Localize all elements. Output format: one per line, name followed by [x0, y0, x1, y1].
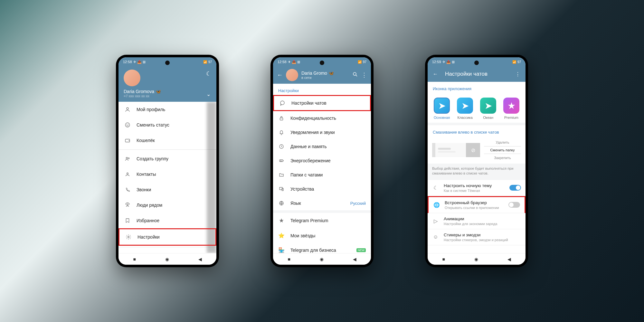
nav-back-icon[interactable]: ◀ — [198, 257, 202, 262]
menu-saved[interactable]: Избранное — [118, 213, 216, 228]
swipe-preview: ⊘ — [432, 143, 480, 157]
nav-back-icon[interactable]: ◀ — [353, 257, 356, 262]
svg-point-7 — [127, 173, 128, 175]
phone-2: 12:58 ✈ 📤 ⊞ 📶 97 ← Daria Gromo 🦋 в сети … — [270, 55, 374, 267]
svg-rect-14 — [280, 118, 283, 120]
svg-point-0 — [127, 108, 128, 109]
back-icon[interactable]: ← — [433, 71, 438, 77]
status-bar: 12:58 ✈ 📤 ⊞ 📶 97 — [118, 57, 216, 66]
svg-point-6 — [128, 158, 129, 159]
settings-header: ← Daria Gromo 🦋 в сети ⋮ — [273, 66, 371, 84]
icon-classic[interactable]: ➤Классика — [457, 98, 473, 119]
phone-number: +7 xxx xxx xx xx — [124, 94, 211, 98]
status-bar: 12:58 ✈ 📤 ⊞ 📶 97 — [273, 57, 371, 66]
bell-icon — [278, 129, 285, 135]
nav-home-icon[interactable]: ◉ — [165, 257, 169, 262]
phone-3: 12:59 ✈ 📤 ⊞ 📶 97 ← Настройки чатов ⋮ Ико… — [425, 55, 528, 267]
menu-wallet[interactable]: Кошелёк — [118, 133, 216, 148]
contact-icon — [124, 171, 131, 177]
setting-inapp-browser[interactable]: 🌐 Встроенный браузерОткрывать ссылки в п… — [428, 196, 526, 213]
devices-icon — [278, 186, 285, 192]
more-icon[interactable]: ⋮ — [361, 71, 367, 79]
menu-nearby[interactable]: Люди рядом — [118, 197, 216, 213]
data-icon — [278, 144, 285, 149]
setting-stickers[interactable]: ☺ Стикеры и эмодзиНастройки стикеров, эм… — [428, 229, 526, 245]
setting-privacy[interactable]: Конфиденциальность — [273, 111, 371, 125]
menu-calls[interactable]: Звонки — [118, 182, 216, 197]
setting-notifications[interactable]: Уведомления и звуки — [273, 125, 371, 139]
chat-icon — [279, 100, 286, 106]
android-navbar: ■ ◉ ◀ — [428, 253, 526, 265]
gold-star-icon: ⭐ — [278, 232, 285, 239]
smile-icon — [124, 122, 131, 128]
globe-icon: 🌐 — [433, 202, 440, 208]
folder-icon — [278, 172, 285, 178]
menu-invite[interactable]: Пригласить друзей — [118, 249, 216, 253]
android-navbar: ■ ◉ ◀ — [118, 253, 216, 265]
user-icon — [124, 106, 131, 113]
nearby-icon — [124, 202, 131, 208]
nav-home-icon[interactable]: ◉ — [474, 257, 478, 262]
phone-icon — [124, 186, 131, 193]
nav-back-icon[interactable]: ◀ — [507, 257, 511, 262]
nav-home-icon[interactable]: ◉ — [320, 257, 324, 262]
toggle-off[interactable] — [508, 202, 520, 208]
phone-1: 12:58 ✈ 📤 ⊞ 📶 97 ☾ Daria Gromova 🦋 +7 xx… — [116, 55, 219, 267]
drawer-menu: Мой профиль Сменить статус Кошелёк Созда… — [118, 102, 216, 253]
svg-point-2 — [127, 124, 127, 125]
avatar[interactable] — [286, 69, 298, 81]
setting-night-theme[interactable]: ☾ Настроить ночную темуКак в системе Тём… — [428, 180, 526, 196]
telegram-icon: ➤ — [457, 98, 473, 114]
gear-icon — [125, 234, 132, 240]
icon-premium[interactable]: ★Premium — [503, 98, 519, 119]
swipe-section-title: Смахивание влево в списке чатов — [428, 125, 526, 137]
group-icon — [124, 156, 131, 162]
svg-point-12 — [353, 72, 356, 75]
toggle-on[interactable] — [509, 185, 521, 191]
setting-business[interactable]: 🏪Telegram для бизнесаNEW — [273, 243, 371, 253]
nav-recent-icon[interactable]: ■ — [133, 257, 136, 262]
svg-rect-18 — [282, 188, 284, 191]
setting-stars[interactable]: ⭐Мои звёзды — [273, 228, 371, 243]
setting-folders[interactable]: Папки с чатами — [273, 168, 371, 182]
menu-new-group[interactable]: Создать группу — [118, 151, 216, 166]
more-icon[interactable]: ⋮ — [515, 71, 520, 77]
setting-animations[interactable]: ▷ АнимацииНастройки для экономии заряда — [428, 213, 526, 229]
telegram-icon: ➤ — [434, 98, 450, 114]
setting-power[interactable]: Энергосбережение — [273, 154, 371, 168]
setting-data[interactable]: Данные и память — [273, 139, 371, 154]
svg-point-8 — [127, 204, 128, 205]
battery-icon — [278, 158, 285, 164]
setting-devices[interactable]: Устройства — [273, 182, 371, 196]
menu-status[interactable]: Сменить статус — [118, 117, 216, 133]
setting-language[interactable]: ЯзыкРусский — [273, 196, 371, 210]
icon-ocean[interactable]: ➤Океан — [480, 98, 496, 119]
chevron-down-icon[interactable]: ⌄ — [206, 91, 211, 97]
nav-recent-icon[interactable]: ■ — [442, 257, 445, 262]
nav-recent-icon[interactable]: ■ — [288, 257, 290, 262]
menu-settings[interactable]: Настройки — [118, 228, 216, 246]
menu-contacts[interactable]: Контакты — [118, 166, 216, 182]
swipe-preview-block: ⊘ Удалить Сменить папку Закрепить — [428, 137, 526, 164]
new-badge: NEW — [356, 248, 366, 252]
swipe-options[interactable]: Удалить Сменить папку Закрепить — [484, 140, 521, 160]
appicon-section-title: Иконка приложения — [428, 82, 526, 93]
avatar[interactable] — [124, 70, 140, 86]
telegram-icon: ➤ — [480, 98, 496, 114]
sticker-icon: ☺ — [432, 234, 439, 240]
shop-icon: 🏪 — [278, 247, 285, 253]
night-mode-icon[interactable]: ☾ — [206, 70, 211, 77]
setting-premium[interactable]: ★Telegram Premium — [273, 213, 371, 228]
username: Daria Gromova 🦋 — [124, 89, 211, 94]
setting-chat[interactable]: Настройки чатов — [273, 95, 371, 111]
search-icon[interactable] — [352, 71, 358, 79]
wallet-icon — [124, 137, 131, 144]
svg-point-1 — [125, 123, 130, 127]
page-title: Настройки чатов — [445, 71, 508, 77]
icon-main[interactable]: ➤Основная — [434, 98, 450, 119]
svg-point-9 — [128, 236, 129, 238]
svg-point-5 — [126, 157, 128, 159]
star-icon: ★ — [278, 217, 285, 224]
menu-profile[interactable]: Мой профиль — [118, 102, 216, 117]
back-icon[interactable]: ← — [277, 72, 283, 79]
